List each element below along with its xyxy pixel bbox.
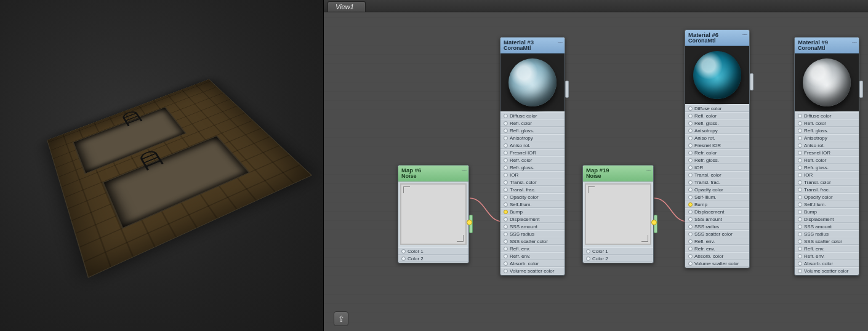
input-socket[interactable] xyxy=(504,195,508,199)
input-socket[interactable] xyxy=(401,249,406,253)
slot-transl-color[interactable]: Transl. color xyxy=(795,178,859,186)
output-socket[interactable] xyxy=(467,220,472,225)
input-socket[interactable] xyxy=(504,239,508,244)
input-socket[interactable] xyxy=(504,247,508,251)
collapse-icon[interactable]: –– xyxy=(462,167,466,173)
slot-ior[interactable]: IOR xyxy=(795,171,859,178)
input-socket[interactable] xyxy=(688,210,693,214)
input-socket[interactable] xyxy=(504,188,508,192)
slot-volume-scatter-color[interactable]: Volume scatter color xyxy=(500,267,565,274)
input-socket[interactable] xyxy=(504,136,508,140)
input-socket[interactable] xyxy=(504,166,508,170)
input-socket[interactable] xyxy=(798,166,802,170)
slot-aniso-rot-[interactable]: Aniso rot. xyxy=(500,142,565,149)
node-material-6[interactable]: Material #6 CoronaMtl –– Diffuse colorRe… xyxy=(685,30,750,268)
input-socket[interactable] xyxy=(798,195,802,199)
slot-sss-radius[interactable]: SSS radius xyxy=(795,230,859,237)
input-socket[interactable] xyxy=(798,202,802,207)
slot-refr-env-[interactable]: Refr. env. xyxy=(685,245,749,252)
input-socket[interactable] xyxy=(401,257,406,261)
slot-sss-scatter-color[interactable]: SSS scatter color xyxy=(500,237,565,245)
input-socket[interactable] xyxy=(688,166,693,170)
slot-self-illum-[interactable]: Self-Illum. xyxy=(685,193,749,201)
slot-color-1[interactable]: Color 1 xyxy=(398,247,468,255)
slot-refl-gloss-[interactable]: Refl. gloss. xyxy=(795,127,859,134)
input-socket[interactable] xyxy=(688,106,693,111)
input-socket[interactable] xyxy=(504,114,508,118)
node-map-6[interactable]: Map #6 Noise –– Color 1Color 2 xyxy=(398,165,469,263)
slot-fresnel-ior[interactable]: Fresnel IOR xyxy=(500,149,565,156)
input-socket[interactable] xyxy=(504,129,508,133)
slot-refr-env-[interactable]: Refr. env. xyxy=(500,252,565,260)
slot-fresnel-ior[interactable]: Fresnel IOR xyxy=(795,149,859,156)
slot-anisotropy[interactable]: Anisotropy xyxy=(685,127,749,134)
input-socket[interactable] xyxy=(688,151,693,155)
slot-diffuse-color[interactable]: Diffuse color xyxy=(500,112,565,119)
input-socket[interactable] xyxy=(688,173,693,177)
slot-refl-env-[interactable]: Refl. env. xyxy=(685,237,749,245)
input-socket[interactable] xyxy=(688,217,693,221)
input-socket[interactable] xyxy=(504,217,508,221)
viewport-3d[interactable] xyxy=(0,0,323,331)
input-socket[interactable] xyxy=(688,202,693,207)
input-socket[interactable] xyxy=(798,261,802,266)
slot-ior[interactable]: IOR xyxy=(685,164,749,171)
input-socket[interactable] xyxy=(798,269,802,273)
slot-sss-scatter-color[interactable]: SSS scatter color xyxy=(685,230,749,237)
input-socket[interactable] xyxy=(504,151,508,155)
input-socket[interactable] xyxy=(688,180,693,185)
collapse-icon[interactable]: –– xyxy=(558,39,562,45)
slot-color-2[interactable]: Color 2 xyxy=(583,255,653,262)
slot-absorb-color[interactable]: Absorb. color xyxy=(685,252,749,260)
slot-refr-gloss-[interactable]: Refr. gloss. xyxy=(685,156,749,164)
input-socket[interactable] xyxy=(688,247,693,251)
slot-absorb-color[interactable]: Absorb. color xyxy=(795,260,859,267)
slot-refl-color[interactable]: Refl. color xyxy=(685,112,749,119)
node-map-19[interactable]: Map #19 Noise –– Color 1Color 2 xyxy=(582,165,654,263)
output-port[interactable] xyxy=(859,81,863,98)
input-socket[interactable] xyxy=(688,225,693,229)
slot-refr-color[interactable]: Refr. color xyxy=(500,156,565,164)
node-header[interactable]: Map #6 Noise –– xyxy=(398,166,468,181)
input-socket[interactable] xyxy=(798,173,802,177)
slot-diffuse-color[interactable]: Diffuse color xyxy=(685,105,749,112)
collapse-icon[interactable]: –– xyxy=(646,167,651,173)
input-socket[interactable] xyxy=(688,239,693,244)
input-socket[interactable] xyxy=(504,158,508,162)
input-socket[interactable] xyxy=(688,188,693,192)
input-socket[interactable] xyxy=(504,173,508,177)
slot-self-illum-[interactable]: Self-Illum. xyxy=(500,201,565,208)
slot-transl-color[interactable]: Transl. color xyxy=(500,178,565,186)
input-socket[interactable] xyxy=(504,261,508,266)
slot-absorb-color[interactable]: Absorb. color xyxy=(500,260,565,267)
input-socket[interactable] xyxy=(688,158,693,162)
input-socket[interactable] xyxy=(798,239,802,244)
input-socket[interactable] xyxy=(688,114,693,118)
input-socket[interactable] xyxy=(688,195,693,199)
slot-bump[interactable]: Bump xyxy=(685,201,749,208)
input-socket[interactable] xyxy=(504,254,508,258)
slot-opacity-color[interactable]: Opacity color xyxy=(795,193,859,201)
slot-volume-scatter-color[interactable]: Volume scatter color xyxy=(685,260,749,267)
tab-view1[interactable]: View1 xyxy=(328,1,366,12)
input-socket[interactable] xyxy=(504,210,508,214)
input-socket[interactable] xyxy=(798,247,802,251)
input-socket[interactable] xyxy=(504,269,508,273)
input-socket[interactable] xyxy=(688,232,693,236)
navigator-icon[interactable]: ⇪ xyxy=(334,311,348,326)
node-header[interactable]: Material #9 CoronaMtl –– xyxy=(795,38,859,54)
slot-fresnel-ior[interactable]: Fresnel IOR xyxy=(685,142,749,149)
slot-refl-env-[interactable]: Refl. env. xyxy=(500,245,565,252)
slot-volume-scatter-color[interactable]: Volume scatter color xyxy=(795,267,859,274)
input-socket[interactable] xyxy=(798,232,802,236)
slot-refl-gloss-[interactable]: Refl. gloss. xyxy=(500,127,565,134)
slot-bump[interactable]: Bump xyxy=(500,208,565,215)
slot-color-1[interactable]: Color 1 xyxy=(583,247,653,255)
slot-refl-gloss-[interactable]: Refl. gloss. xyxy=(685,119,749,127)
input-socket[interactable] xyxy=(504,121,508,126)
input-socket[interactable] xyxy=(798,225,802,229)
collapse-icon[interactable]: –– xyxy=(742,32,747,38)
input-socket[interactable] xyxy=(504,232,508,236)
slot-transl-color[interactable]: Transl. color xyxy=(685,171,749,178)
input-socket[interactable] xyxy=(688,121,693,126)
